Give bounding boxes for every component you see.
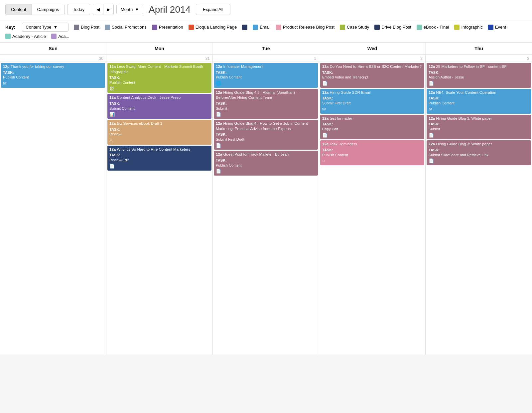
calendar-wrapper: Sun Mon Tue Wed Thu 30 12p Thank you for…: [0, 43, 532, 354]
event-hiring-guide-blog3-b[interactable]: 12a Hiring Guide Blog 3: White paper TAS…: [427, 140, 531, 165]
event-hiring-guide-4[interactable]: 12a Hiring Guide Blog 4 - How to Get a J…: [214, 120, 318, 150]
event-less-swag[interactable]: 12a Less Swag, More Content - Marketo Su…: [107, 63, 211, 93]
date-3: 3: [426, 55, 532, 62]
key-item-label: Aca...: [58, 34, 69, 39]
col-thu: 3 12a 25 Marketers to Follow in SF - con…: [426, 55, 532, 354]
month-select[interactable]: Month ▼: [116, 5, 143, 14]
event-hiring-guide-sdr[interactable]: 12a Hiring Guide SDR Email TASK: Submit …: [320, 89, 424, 114]
blog-post-swatch: [74, 25, 79, 30]
next-arrow[interactable]: ▶: [103, 4, 113, 15]
event-hard-hire[interactable]: 12a Why It's So Hard to Hire Content Mar…: [107, 146, 211, 171]
event-ne4-scale[interactable]: 12a NE4: Scale Your Content Operation TA…: [427, 89, 531, 114]
date-31: 31: [106, 55, 212, 62]
content-tab[interactable]: Content: [6, 4, 32, 15]
key-item-label: Case Study: [347, 25, 369, 30]
doc-icon: 📄: [429, 80, 434, 86]
key-item-case-study: Case Study: [340, 25, 369, 30]
content-type-select[interactable]: Content Type ▼: [22, 23, 68, 32]
academy-swatch: [5, 34, 11, 39]
event-content-analytics[interactable]: 12a Content Analytics Deck - Jesse Preso…: [107, 94, 211, 119]
product-release-swatch: [276, 25, 281, 30]
event-25-marketers[interactable]: 12a 25 Marketers to Follow in SF - conte…: [427, 63, 531, 88]
key-item-label: eBook - Final: [424, 25, 449, 30]
event-hiring-guide-blog3-a[interactable]: 12a Hiring Guide Blog 3: White paper TAS…: [427, 115, 531, 140]
extra-swatch: [242, 25, 247, 30]
email-icon: ✉: [322, 106, 326, 112]
expand-all-button[interactable]: Expand All: [196, 4, 230, 15]
email-icon: ✉: [3, 80, 7, 86]
key-item-label: Event: [495, 25, 506, 30]
content-type-label: Content Type: [26, 25, 51, 30]
month-label: Month: [121, 7, 133, 12]
key-item-label: Infographic: [461, 25, 482, 30]
key-item-email: Email: [253, 25, 271, 30]
globe-icon: 🌐: [216, 80, 221, 86]
doc-icon: 📄: [322, 132, 328, 138]
date-1: 1: [213, 55, 319, 62]
key-item-social-promotions: Social Promotions: [105, 25, 147, 30]
col-head-sun: Sun: [0, 43, 106, 55]
presentation-swatch: [152, 25, 157, 30]
doc-icon: 📄: [429, 132, 434, 138]
event-b2b-b2c-content[interactable]: 12a Do You Need to Hire a B2B or B2C Con…: [320, 63, 424, 88]
key-item-label: Social Promotions: [112, 25, 147, 30]
calendar-body: 30 12p Thank you for taking our survey T…: [0, 55, 532, 354]
chevron-down-icon: ▼: [135, 7, 139, 12]
key-item-event: Event: [488, 25, 506, 30]
date-2: 2: [319, 55, 425, 62]
key-item-blog-post: Blog Post: [74, 25, 99, 30]
page-title: April 2014: [149, 4, 191, 15]
today-button[interactable]: Today: [67, 4, 90, 15]
key-item-label: Presentation: [159, 25, 183, 30]
doc-icon: 📄: [216, 111, 221, 117]
col-sun: 30 12p Thank you for taking our survey T…: [0, 55, 106, 354]
case-study-swatch: [340, 25, 345, 30]
event-guest-post-tracy[interactable]: 12a Guest Post for Tracy Mallete - By Je…: [214, 151, 318, 176]
header: Content Campaigns Today ◀ ▶ Month ▼ Apri…: [0, 0, 532, 19]
ebook-swatch: [417, 25, 422, 30]
key-item-infographic: Infographic: [454, 25, 482, 30]
event-influencer-mgmt[interactable]: 12a Influencer Management TASK: Publish …: [214, 63, 318, 88]
key-item-label: Drive Blog Post: [381, 25, 411, 30]
key-item-presentation: Presentation: [152, 25, 183, 30]
doc-icon: 📄: [109, 163, 115, 169]
key-item-ebook: eBook - Final: [417, 25, 449, 30]
doc-icon: 📄: [216, 168, 221, 174]
doc-icon: 📄: [429, 158, 434, 164]
key-item-label: Academy - Article: [12, 34, 46, 39]
col-tue: 1 12a Influencer Management TASK: Publis…: [213, 55, 319, 354]
doc-icon: 📄: [216, 143, 221, 149]
col-head-tue: Tue: [213, 43, 319, 55]
infographic-swatch: [454, 25, 460, 30]
campaigns-tab[interactable]: Campaigns: [32, 4, 65, 15]
prev-arrow[interactable]: ◀: [93, 4, 103, 15]
event-biz-services[interactable]: 12a Biz Services eBook Draft 1 TASK: Rev…: [107, 120, 211, 145]
key-item-academy: Academy - Article: [5, 34, 46, 39]
key-item-aca: Aca...: [51, 34, 69, 39]
calendar-header: Sun Mon Tue Wed Thu: [0, 43, 532, 55]
event-thank-you-survey[interactable]: 12p Thank you for taking our survey TASK…: [1, 63, 105, 88]
nav-arrows: ◀ ▶: [93, 4, 114, 15]
key-item-label: Email: [260, 25, 271, 30]
doc-icon: 📄: [322, 80, 328, 86]
key-label: Key:: [5, 25, 15, 30]
eloqua-swatch: [189, 25, 194, 30]
key-item-label: Product Release Blog Post: [283, 25, 334, 30]
presentation-icon: 📊: [109, 111, 115, 117]
key-item-eloqua: Eloqua Landing Page: [189, 25, 237, 30]
event-hiring-guide-4-5[interactable]: 12a Hiring Guide Blog 4.5 - Akamai (Jona…: [214, 89, 318, 119]
key-item-label: Eloqua Landing Page: [196, 25, 237, 30]
event-test-nader[interactable]: 12a test for nader TASK: Copy Edit 📄: [320, 115, 424, 140]
event-swatch: [488, 25, 493, 30]
triangle-icon: △: [109, 137, 113, 143]
key-item-extra: [242, 25, 247, 30]
key-item-drive-blog: Drive Blog Post: [374, 25, 411, 30]
col-head-thu: Thu: [426, 43, 532, 55]
col-head-mon: Mon: [106, 43, 213, 55]
aca-swatch: [51, 34, 57, 39]
event-task-reminders[interactable]: 12a Task Reminders TASK: Publish Content…: [320, 140, 424, 165]
col-wed: 2 12a Do You Need to Hire a B2B or B2C C…: [319, 55, 426, 354]
email-icon: ✉: [429, 106, 432, 112]
key-bar: Key: Content Type ▼ Blog Post Social Pro…: [0, 19, 532, 43]
image-icon: 🖼: [109, 86, 114, 92]
